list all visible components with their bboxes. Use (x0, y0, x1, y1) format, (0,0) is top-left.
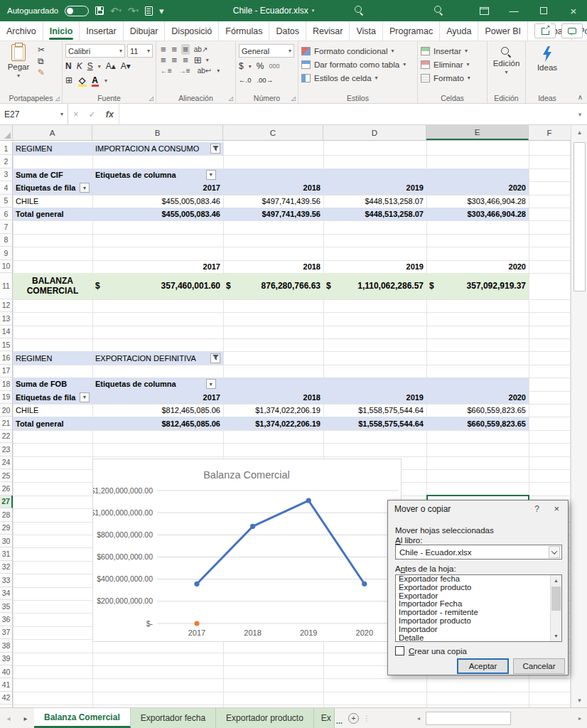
row-header-1[interactable]: 1 (0, 142, 13, 155)
formula-input[interactable] (119, 104, 573, 124)
ribbon-display-options-icon[interactable] (469, 0, 499, 21)
column-header-e[interactable]: E (426, 125, 529, 140)
cell-e19[interactable]: 2020 (426, 391, 529, 404)
accept-button[interactable]: Aceptar (457, 658, 509, 674)
row-header-38[interactable]: 38 (0, 639, 13, 652)
row-labels-dropdown-icon[interactable]: ▼ (80, 183, 90, 193)
align-bottom-icon[interactable]: ≡ (181, 44, 190, 55)
format-cells-button[interactable]: Formato▾ (421, 71, 484, 85)
row-header-40[interactable]: 40 (0, 665, 13, 678)
cell-d21[interactable]: $1,558,575,544.64 (323, 417, 426, 429)
cell-c20[interactable]: $1,374,022,206.19 (223, 404, 323, 417)
row-header-29[interactable]: 29 (0, 522, 13, 535)
cell-d19[interactable]: 2019 (323, 391, 426, 404)
redo-icon[interactable]: ↷▾ (128, 6, 139, 16)
align-right-icon[interactable]: ≡ (181, 55, 190, 65)
decrease-decimal-icon[interactable]: .00→ (257, 75, 273, 86)
row-header-6[interactable]: 6 (0, 208, 13, 220)
cell-a1[interactable]: REGIMEN (13, 142, 92, 155)
collapse-ribbon-icon[interactable]: ∧ (578, 93, 583, 101)
cell-e10[interactable]: 2020 (426, 260, 529, 273)
cell-d20[interactable]: $1,558,575,544.64 (323, 404, 426, 417)
cell-b20[interactable]: $812,465,085.06 (92, 404, 223, 417)
alignment-launcher-icon[interactable]: ◿ (229, 95, 233, 102)
row-header-9[interactable]: 9 (0, 247, 13, 259)
tab-datos[interactable]: Datos (269, 21, 306, 41)
column-labels-dropdown-icon-2[interactable]: ▼ (206, 379, 216, 389)
row-header-2[interactable]: 2 (0, 155, 13, 168)
row-header-15[interactable]: 15 (0, 338, 13, 351)
cell-a16[interactable]: REGIMEN (13, 351, 92, 364)
row-labels-dropdown-icon-2[interactable]: ▼ (80, 392, 90, 402)
row-header-39[interactable]: 39 (0, 653, 13, 665)
cell-d11[interactable]: $1,110,062,286.57 (323, 273, 426, 299)
insert-function-icon[interactable]: fx (106, 109, 114, 119)
tab-splitter[interactable]: ⋮ (363, 708, 370, 728)
dialog-help-icon[interactable]: ? (534, 504, 539, 514)
cell-e4[interactable]: 2020 (426, 181, 529, 194)
font-size-combo[interactable]: 11▾ (127, 44, 153, 58)
list-scroll-down-icon[interactable]: ▼ (551, 631, 561, 641)
create-copy-checkbox-row[interactable]: Crear una copia (395, 646, 467, 655)
align-top-icon[interactable]: ≡ (159, 44, 168, 55)
tab-disposicion[interactable]: Disposició (165, 21, 219, 41)
row-header-11[interactable]: 11 (0, 273, 13, 299)
format-as-table-button[interactable]: Dar formato como tabla▾ (301, 58, 414, 71)
column-header-f[interactable]: F (529, 125, 570, 140)
row-header-23[interactable]: 23 (0, 443, 13, 456)
row-header-34[interactable]: 34 (0, 587, 13, 600)
save-icon[interactable] (95, 6, 104, 15)
row-header-26[interactable]: 26 (0, 482, 13, 495)
column-labels-dropdown-icon[interactable]: ▼ (206, 170, 216, 180)
list-scrollbar[interactable]: ▲ ▼ (550, 575, 561, 641)
cell-a18[interactable]: Suma de FOB (13, 378, 92, 390)
cell-a4[interactable]: Etiquetas de fila ▼ (13, 181, 92, 194)
vertical-scrollbar-thumb[interactable] (573, 142, 586, 291)
row-header-25[interactable]: 25 (0, 469, 13, 482)
list-item[interactable]: Importador producto (396, 617, 561, 626)
italic-button[interactable]: K (77, 60, 82, 72)
ideas-button[interactable]: Ideas (529, 46, 566, 72)
filter-applied-icon-2[interactable] (210, 353, 220, 363)
cancel-button[interactable]: Cancelar (513, 658, 565, 674)
horizontal-scrollbar-thumb[interactable] (426, 712, 511, 725)
row-header-32[interactable]: 32 (0, 561, 13, 574)
document-title[interactable]: Chile - Ecuador.xlsx ▾ (206, 0, 341, 21)
to-book-combo[interactable]: Chile - Ecuador.xlsx (395, 545, 562, 560)
filter-applied-icon[interactable] (210, 144, 220, 154)
cell-e21[interactable]: $660,559,823.65 (426, 417, 529, 429)
cell-d6[interactable]: $448,513,258.07 (323, 208, 426, 220)
hscroll-left-icon[interactable]: ◂ (413, 712, 424, 725)
merge-center-icon[interactable]: ⊞ (193, 55, 203, 65)
cell-b3[interactable]: Etiquetas de columna ▼ (92, 168, 529, 181)
comma-style-icon[interactable]: 000 (269, 60, 279, 72)
row-header-21[interactable]: 21 (0, 417, 13, 429)
sheet-tab-exportador-fecha[interactable]: Exportador fecha (131, 708, 216, 728)
tab-formulas[interactable]: Fórmulas (219, 21, 269, 41)
row-header-36[interactable]: 36 (0, 613, 13, 626)
name-box[interactable]: E27 ▾ (0, 104, 68, 124)
cell-b5[interactable]: $455,005,083.46 (92, 195, 223, 208)
number-launcher-icon[interactable]: ◿ (291, 95, 296, 102)
cell-c19[interactable]: 2018 (223, 391, 323, 404)
cell-c5[interactable]: $497,741,439.56 (223, 195, 323, 208)
row-header-27[interactable]: 27 (0, 496, 13, 508)
row-header-33[interactable]: 33 (0, 574, 13, 587)
column-header-d[interactable]: D (323, 125, 426, 140)
hscroll-right-icon[interactable]: ▸ (574, 712, 586, 725)
scroll-up-icon[interactable]: ▲ (571, 125, 587, 139)
row-header-20[interactable]: 20 (0, 404, 13, 417)
row-header-18[interactable]: 18 (0, 378, 13, 390)
comments-button[interactable] (561, 23, 583, 38)
font-launcher-icon[interactable]: ◿ (149, 95, 154, 102)
row-header-19[interactable]: 19 (0, 391, 13, 404)
align-middle-icon[interactable]: ≡ (171, 44, 179, 55)
insert-cells-button[interactable]: Insertar▾ (421, 44, 484, 58)
maximize-button[interactable] (529, 0, 559, 21)
row-header-42[interactable]: 42 (0, 692, 13, 705)
confirm-entry-icon[interactable]: ✓ (88, 109, 95, 119)
cell-d5[interactable]: $448,513,258.07 (323, 195, 426, 208)
format-painter-icon[interactable]: ✎ (38, 68, 45, 77)
undo-icon[interactable]: ↶▾ (110, 6, 121, 16)
row-header-7[interactable]: 7 (0, 220, 13, 233)
